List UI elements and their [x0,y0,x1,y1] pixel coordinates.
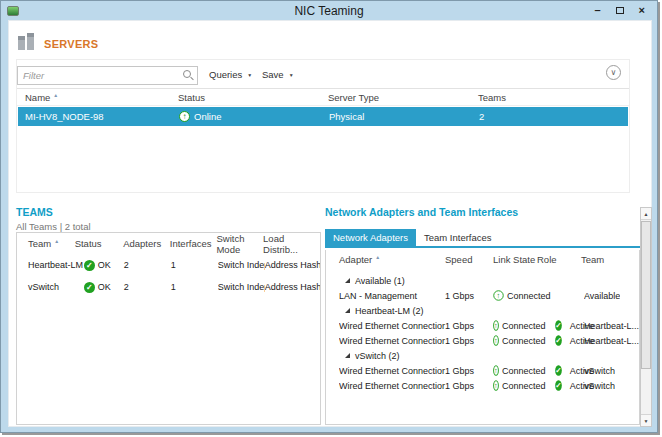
team-adapters: 2 [124,282,171,292]
adapter-row[interactable]: Wired Ethernet Connection 1 Gbps ↑Connec… [326,333,639,348]
column-header-switch-mode[interactable]: Switch Mode [216,233,263,255]
filter-input[interactable] [17,66,198,85]
nic-teaming-window: NIC Teaming – × SERVERS Queries ▼ Save ▼… [0,0,658,433]
column-header-speed[interactable]: Speed [445,254,493,265]
active-status-icon: ✓ [555,320,561,330]
team-load-distribution: Address Hash [265,282,320,292]
team-status: OK [98,282,111,292]
adapter-team: Available [584,291,620,301]
column-header-teams[interactable]: Teams [478,92,506,103]
adapter-name: Wired Ethernet Connection [339,336,445,346]
adapter-speed: 1 Gbps [445,366,493,376]
teams-subtitle: All Teams | 2 total [16,221,321,232]
team-load-distribution: Address Hash [265,260,320,270]
column-header-role[interactable]: Role [537,254,581,265]
adapter-link-state: Connected [502,321,546,331]
connected-status-icon: ↑ [493,335,499,345]
servers-tile: Queries ▼ Save ▼ ∨ Name▲ Status Server T… [16,59,630,193]
sort-asc-icon: ▲ [53,92,58,98]
team-name: Heartbeat-LM [28,260,84,270]
adapters-panel: Network Adapters and Team Interfaces Net… [325,206,640,218]
server-name: MI-HV8_NODE-98 [25,111,179,122]
column-header-status[interactable]: Status [75,238,124,249]
dropdown-arrow-icon: ▼ [247,72,252,78]
adapter-name: Wired Ethernet Connection 2 [339,381,445,391]
group-label: Available (1) [355,276,405,286]
column-header-name[interactable]: Name▲ [25,92,178,103]
adapter-group-vswitch[interactable]: vSwitch (2) [326,348,639,363]
servers-icon [18,33,36,50]
save-dropdown[interactable]: Save ▼ [262,69,294,80]
maximize-icon[interactable] [616,7,624,14]
ok-status-icon: ✓ [84,260,95,271]
column-header-adapters[interactable]: Adapters [123,238,170,249]
adapter-name: Wired Ethernet Connection 5 [339,321,445,331]
close-icon[interactable]: × [639,5,645,16]
team-switch-mode: Switch Indepen [218,282,265,292]
dropdown-arrow-icon: ▼ [289,72,294,78]
server-type: Physical [329,111,479,122]
adapter-row[interactable]: Wired Ethernet Connection 4 1 Gbps ↑Conn… [326,363,639,378]
sort-asc-icon: ▲ [54,238,59,244]
adapter-row[interactable]: Wired Ethernet Connection 2 1 Gbps ↑Conn… [326,378,639,393]
save-label: Save [262,69,284,80]
group-label: Heartbeat-LM (2) [355,306,424,316]
adapter-name: LAN - Management [339,291,445,301]
team-switch-mode: Switch Indepen [218,260,265,270]
servers-section-title: SERVERS [44,38,98,50]
adapter-group-heartbeat-lm[interactable]: Heartbeat-LM (2) [326,303,639,318]
adapters-tabs: Network Adapters Team Interfaces [325,229,640,248]
adapter-row[interactable]: LAN - Management 1 Gbps ↑Connected Avail… [326,288,639,303]
column-header-load-distribution[interactable]: Load Distrib... [263,233,320,255]
chevron-down-icon: ∨ [611,68,617,77]
column-header-team[interactable]: Team [581,254,604,265]
collapse-tile-button[interactable]: ∨ [606,65,621,80]
adapter-speed: 1 Gbps [445,291,493,301]
scroll-down-icon[interactable]: ▼ [641,414,651,426]
connected-status-icon: ↑ [493,365,499,375]
team-row[interactable]: Heartbeat-LM ✓OK 2 1 Switch Indepen Addr… [17,254,320,276]
adapter-team: vSwitch [584,366,615,376]
servers-table-header: Name▲ Status Server Type Teams [17,88,629,106]
column-header-status[interactable]: Status [178,92,328,103]
column-header-server-type[interactable]: Server Type [328,92,478,103]
teams-table: Team▲ Status Adapters Interfaces Switch … [16,232,321,425]
active-status-icon: ✓ [555,335,561,345]
server-row-selected[interactable]: MI-HV8_NODE-98 ↑ Online Physical 2 [18,107,628,126]
teams-table-header: Team▲ Status Adapters Interfaces Switch … [17,233,320,254]
online-status-icon: ↑ [179,111,190,122]
tab-team-interfaces[interactable]: Team Interfaces [416,229,500,246]
adapter-link-state: Connected [502,381,546,391]
window-controls: – × [594,1,645,20]
active-status-icon: ✓ [555,365,561,375]
column-header-interfaces[interactable]: Interfaces [170,238,217,249]
scrollbar-thumb[interactable] [641,221,651,369]
minimize-icon[interactable]: – [594,5,600,16]
adapters-table: Adapter▲ Speed Link State Role Team Avai… [325,250,640,425]
adapter-speed: 1 Gbps [445,381,493,391]
team-status: OK [98,260,111,270]
adapter-team: Heartbeat-L... [584,336,639,346]
scroll-up-icon[interactable]: ▲ [641,208,651,220]
adapter-name: Wired Ethernet Connection 4 [339,366,445,376]
adapters-scrollbar[interactable]: ▲ ▼ [640,207,652,427]
adapter-row[interactable]: Wired Ethernet Connection 5 1 Gbps ↑Conn… [326,318,639,333]
connected-status-icon: ↑ [493,320,499,330]
column-header-link-state[interactable]: Link State [493,254,537,265]
servers-header: SERVERS [18,33,98,50]
column-header-adapter[interactable]: Adapter▲ [339,254,445,265]
teams-panel: TEAMS All Teams | 2 total Team▲ Status A… [16,206,321,232]
teams-section-title: TEAMS [16,206,321,218]
team-interfaces: 1 [171,260,218,270]
team-row[interactable]: vSwitch ✓OK 2 1 Switch Indepen Address H… [17,276,320,298]
queries-dropdown[interactable]: Queries ▼ [209,69,252,80]
adapter-speed: 1 Gbps [445,321,493,331]
adapter-group-available[interactable]: Available (1) [326,273,639,288]
tab-network-adapters[interactable]: Network Adapters [325,229,416,246]
expanded-triangle-icon [345,308,350,313]
connected-status-icon: ↑ [493,290,503,300]
window-content: SERVERS Queries ▼ Save ▼ ∨ Name▲ Status … [8,20,652,427]
server-teams-count: 2 [479,111,484,122]
adapter-team: vSwitch [584,381,615,391]
column-header-team[interactable]: Team▲ [28,238,75,249]
